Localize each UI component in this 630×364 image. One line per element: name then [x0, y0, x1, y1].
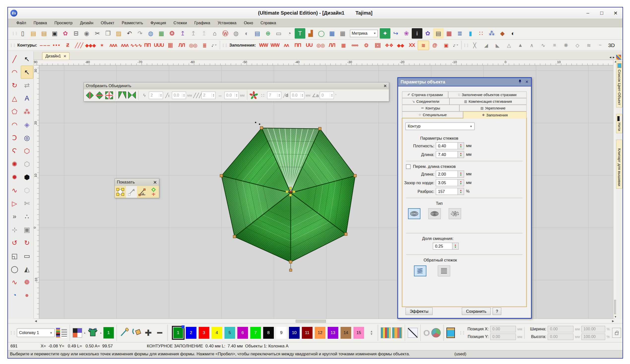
chevron-up-icon[interactable]: ▲ [100, 332, 102, 334]
show-close-icon[interactable]: ✕ [153, 180, 157, 185]
tab-fills[interactable]: ❖Заполнения [463, 111, 526, 119]
contour-stitch-icon[interactable]: ≣ [199, 41, 210, 50]
density-input[interactable]: 0.40 [436, 142, 458, 149]
toolbar-icon[interactable]: ⌂ [209, 28, 220, 39]
offset-spinner[interactable]: ▲▼ [452, 243, 458, 250]
mirror-copy-alt-icon[interactable] [128, 91, 136, 100]
close-button[interactable]: ✕ [609, 8, 622, 18]
toolbar-icon[interactable]: ▮ [465, 28, 476, 39]
tool-button[interactable]: A [21, 92, 33, 105]
color-swatch[interactable]: 3 [199, 327, 209, 339]
color-swatch[interactable]: 15 [354, 327, 364, 339]
tool-button[interactable]: △ [8, 92, 21, 105]
tool-button[interactable]: ◈ [21, 118, 33, 131]
color-swatch[interactable]: 6 [237, 327, 248, 339]
toolbar-icon[interactable]: Ⓦ [220, 28, 231, 39]
tool-button[interactable]: ▭ [21, 249, 33, 262]
color-swatch[interactable]: 10 [289, 327, 300, 339]
contour-stitch-icon[interactable]: ЛЛ [176, 41, 188, 50]
backstitch-straight-button[interactable] [438, 265, 450, 276]
menu-item[interactable]: Стежки [174, 21, 187, 25]
current-color-chip[interactable]: 1 [104, 327, 114, 339]
contour-stitch-icon[interactable]: ◎◎ [188, 41, 199, 50]
toolbar-icon[interactable]: ▤ [28, 28, 39, 39]
toolbar-icon[interactable]: ▣ [49, 28, 60, 39]
palette-editor-icon[interactable] [73, 328, 82, 338]
tool-button[interactable]: ↖ [21, 52, 33, 66]
side-tab[interactable]: Клипарт для вышивки [616, 140, 622, 188]
no-fill-icon[interactable] [408, 328, 418, 338]
fill-stitch-icon[interactable]: ≋ [418, 41, 429, 50]
fill-stitch-icon[interactable]: ∞∞ [349, 41, 361, 50]
menu-item[interactable]: Графика [194, 21, 210, 25]
palette-scroll-spinner[interactable]: ▲▼ [370, 330, 373, 336]
show-handles-button[interactable] [115, 186, 126, 198]
position-x-input[interactable]: 0.00 [490, 326, 516, 332]
toolbar-icon[interactable]: ▤ [252, 28, 263, 39]
paint-bucket-icon[interactable] [131, 327, 142, 338]
effect-tool-icon[interactable]: 3D [606, 41, 617, 50]
angle-spinner[interactable]: 0▲▼ [320, 92, 334, 99]
color-swatch[interactable]: 5 [224, 327, 235, 339]
contour-stitch-icon[interactable]: ∿∿∿ [130, 41, 142, 50]
tool-button[interactable]: ✹ [8, 171, 21, 184]
panel-close-icon[interactable]: ✕ [525, 79, 528, 84]
scroll-left-icon[interactable]: ◀ [35, 319, 37, 323]
toolbar-icon[interactable]: ≣ [454, 28, 465, 39]
position-y-input[interactable]: 0.00 [490, 334, 516, 340]
add-color-icon[interactable]: ✚ [143, 328, 153, 338]
toolbar-grip[interactable]: ⋮⋮ [10, 331, 16, 335]
color-wheel-icon[interactable] [431, 328, 441, 338]
tool-button[interactable]: ╱ [8, 52, 21, 66]
contour-stitch-icon[interactable]: ◆◆◆ [85, 41, 96, 50]
tool-button[interactable]: ◱ [8, 249, 21, 262]
fill-stitch-icon[interactable]: ❖❖ [384, 41, 395, 50]
color-swatch[interactable]: 4 [212, 327, 222, 339]
toolbar-icon[interactable]: ◐ [508, 28, 518, 39]
toolbar-icon[interactable]: ↥ [188, 28, 199, 39]
thread-list-icon[interactable] [62, 328, 67, 338]
tool-button[interactable]: ↖ [21, 66, 33, 79]
mirror-both-icon[interactable] [105, 91, 114, 100]
minimize-button[interactable]: – [581, 8, 595, 18]
width-input[interactable]: 0.00 [548, 326, 574, 332]
fill-stitch-icon[interactable]: WW [258, 41, 269, 50]
tool-button[interactable]: ⇄ [21, 79, 33, 92]
fill-stitch-icon[interactable]: ❂ [361, 41, 372, 50]
tool-button[interactable]: ● [21, 289, 33, 302]
toolbar-icon[interactable]: ❀ [401, 28, 412, 39]
spread-input[interactable]: 157 [436, 188, 458, 195]
toolbar-icon[interactable]: ▭ [273, 28, 284, 39]
toolbar-grip[interactable]: ⋮⋮ [12, 31, 17, 36]
tool-button[interactable]: ◯ [8, 262, 21, 276]
gap-spinner[interactable]: 0.0▲▼ [224, 92, 238, 99]
toolbar-icon[interactable]: ↶ [124, 28, 135, 39]
type-spiral-button[interactable] [408, 208, 420, 219]
color-swatch[interactable]: 2 [186, 327, 196, 339]
fill-stitch-icon[interactable]: UU [304, 41, 315, 50]
toolbar-icon[interactable]: ▦ [444, 28, 454, 39]
thread-spool-icon[interactable] [446, 328, 455, 338]
tool-button[interactable]: ⬡ [21, 184, 33, 197]
effect-tool-icon[interactable]: ◢ [480, 41, 492, 50]
aspect-lock-button[interactable] [612, 328, 621, 338]
var-length-spinner[interactable]: ▲▼ [458, 171, 464, 178]
effect-tool-icon[interactable]: ∿ [537, 41, 549, 50]
toolbar-icon[interactable]: ✿ [60, 28, 71, 39]
toolbar-icon[interactable]: ⁂ [486, 28, 497, 39]
toolbar-icon[interactable]: ▦ [156, 28, 167, 39]
toolbar-icon[interactable]: ▦ [337, 28, 348, 39]
color-swatch[interactable]: 14 [340, 327, 351, 339]
tab-outlines[interactable]: ✏Контуры [402, 105, 459, 111]
fill-stitch-icon[interactable]: ◎◎ [315, 41, 326, 50]
embroidery-design[interactable] [219, 122, 362, 273]
height-percent-input[interactable]: 100.00 [582, 334, 605, 340]
tool-button[interactable]: Ↄ [8, 131, 21, 144]
toolbar-icon[interactable]: ◍ [145, 28, 156, 39]
tab-underlay[interactable]: ▨Укрепление [459, 105, 526, 111]
save-button[interactable]: Сохранить [462, 308, 490, 315]
rows-spinner[interactable]: 2▲▼ [202, 92, 216, 99]
tool-button[interactable]: ❁ [21, 276, 33, 289]
toolbar-icon[interactable]: ◆ [497, 28, 508, 39]
horizontal-scrollbar[interactable]: ◀ ▶ [34, 319, 615, 323]
